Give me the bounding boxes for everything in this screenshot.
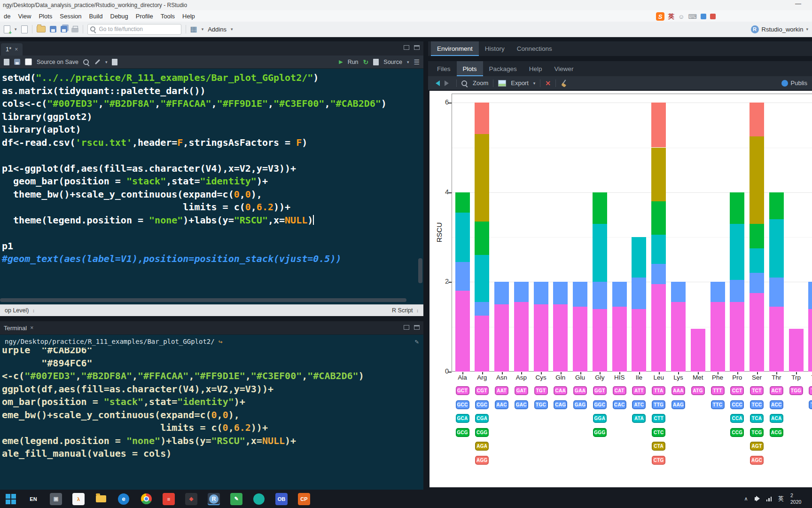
- clear-all-plots-icon[interactable]: [561, 79, 568, 87]
- maximize-pane-icon[interactable]: [414, 45, 420, 50]
- tray-ime-indicator[interactable]: 英: [778, 495, 784, 503]
- tab-help[interactable]: Help: [523, 61, 548, 76]
- taskbar-app-red[interactable]: ≡: [163, 493, 175, 505]
- editor-horizontal-scrollbar[interactable]: [0, 298, 406, 302]
- terminal-tab[interactable]: Terminal ×: [4, 325, 33, 332]
- menu-item-debug[interactable]: Debug: [107, 11, 132, 21]
- menu-item-help[interactable]: Help: [179, 11, 199, 21]
- taskbar-app-dark-red[interactable]: ◆: [185, 493, 197, 505]
- menu-item-plots[interactable]: Plots: [35, 11, 56, 21]
- maximize-pane-icon[interactable]: [414, 325, 420, 330]
- taskbar-edge-browser[interactable]: e: [117, 493, 130, 505]
- run-icon[interactable]: ▶: [339, 59, 343, 65]
- addins-button[interactable]: Addins: [208, 26, 226, 33]
- taskbar-app-ob[interactable]: OB: [275, 493, 288, 505]
- window-minimize-button[interactable]: —: [795, 0, 801, 7]
- taskbar-file-explorer[interactable]: [95, 493, 107, 505]
- zoom-icon[interactable]: [461, 80, 467, 86]
- tab-environment[interactable]: Environment: [431, 41, 479, 56]
- taskbar-lang-indicator[interactable]: EN: [27, 493, 39, 505]
- new-file-icon[interactable]: [4, 25, 10, 33]
- pane-divider-vertical[interactable]: [423, 41, 428, 490]
- minimize-pane-icon[interactable]: [404, 45, 409, 50]
- source-on-save-checkbox[interactable]: [25, 58, 32, 65]
- terminal-tab-close-icon[interactable]: ×: [30, 325, 33, 331]
- editor-tab-untitled1[interactable]: 1* ×: [1, 43, 23, 56]
- export-image-icon[interactable]: [498, 80, 506, 87]
- clear-terminal-icon[interactable]: ✎: [415, 338, 419, 345]
- bar-segment: [494, 282, 509, 304]
- tab-files[interactable]: Files: [431, 61, 457, 76]
- start-button[interactable]: [5, 493, 17, 505]
- code-editor[interactable]: setwd("../../practice/R_111_examples/Bar…: [0, 69, 423, 304]
- source-file-icon[interactable]: [373, 59, 379, 65]
- menu-item-session[interactable]: Session: [56, 11, 85, 21]
- network-icon[interactable]: [766, 497, 772, 501]
- publish-button[interactable]: Publis: [781, 79, 807, 87]
- menu-item-profile[interactable]: Profile: [132, 11, 157, 21]
- tab-close-icon[interactable]: ×: [15, 46, 18, 53]
- tray-clock[interactable]: 22020: [790, 492, 811, 505]
- menu-item-view[interactable]: View: [14, 11, 35, 21]
- addins-dropdown-icon[interactable]: ▾: [231, 27, 233, 32]
- export-button[interactable]: Export: [511, 79, 529, 87]
- taskbar-chrome-browser[interactable]: [140, 493, 152, 505]
- volume-icon[interactable]: [755, 497, 757, 500]
- tab-viewer[interactable]: Viewer: [548, 61, 580, 76]
- run-button[interactable]: Run: [348, 59, 359, 65]
- rerun-icon[interactable]: ↻: [363, 58, 369, 66]
- ime-tool-blue-icon[interactable]: [701, 14, 706, 19]
- cursor-scope-selector[interactable]: op Level) ↕: [5, 307, 35, 314]
- taskbar-app-gray[interactable]: ▣: [50, 493, 62, 505]
- sogou-logo-icon[interactable]: S: [656, 12, 664, 21]
- ime-emoji-icon[interactable]: ☺: [678, 13, 684, 20]
- goto-file-input[interactable]: [87, 24, 181, 35]
- menu-item-tools[interactable]: Tools: [157, 11, 179, 21]
- previous-plot-icon[interactable]: [433, 80, 440, 86]
- new-project-icon[interactable]: [21, 25, 28, 33]
- open-file-icon[interactable]: [37, 26, 46, 32]
- document-outline-icon[interactable]: ☰: [414, 58, 420, 66]
- terminal-output[interactable]: urple "#CAB2D6" "#894FC6"<-c("#007ED3","…: [0, 348, 423, 490]
- print-icon[interactable]: [71, 28, 78, 32]
- pane-layout-icon[interactable]: ▦: [190, 25, 197, 33]
- save-all-icon[interactable]: [61, 26, 67, 32]
- show-in-new-window-icon[interactable]: [4, 59, 9, 65]
- taskbar-app-teal-circle[interactable]: [253, 493, 265, 505]
- ime-language-indicator[interactable]: 英: [668, 12, 674, 21]
- tab-history[interactable]: History: [479, 41, 511, 56]
- taskbar-rstudio[interactable]: R: [208, 493, 220, 505]
- taskbar-app-green[interactable]: ✎: [230, 493, 242, 505]
- editor-vertical-scrollbar[interactable]: [418, 258, 422, 283]
- menu-item-de[interactable]: de: [0, 11, 14, 21]
- file-type-selector[interactable]: R Script ↕: [392, 307, 419, 314]
- save-source-icon[interactable]: [14, 59, 20, 65]
- source-dropdown-icon[interactable]: ▾: [407, 60, 409, 64]
- minimize-pane-icon[interactable]: [404, 325, 409, 330]
- remove-plot-icon[interactable]: ✕: [545, 79, 551, 87]
- taskbar-app-lambda[interactable]: λ: [72, 493, 85, 505]
- open-in-folder-icon[interactable]: ↪: [219, 338, 222, 345]
- save-icon[interactable]: [50, 26, 56, 32]
- find-replace-icon[interactable]: [83, 59, 89, 65]
- new-file-dropdown-icon[interactable]: ▾: [15, 27, 17, 32]
- tab-plots[interactable]: Plots: [457, 61, 483, 76]
- export-dropdown-icon[interactable]: ▾: [533, 81, 536, 86]
- code-tools-icon[interactable]: [95, 59, 100, 64]
- pane-divider-horizontal[interactable]: [0, 316, 423, 321]
- pane-layout-dropdown-icon[interactable]: ▾: [202, 27, 204, 32]
- project-selector[interactable]: R Rstudio_workin ▾: [751, 25, 808, 33]
- menu-item-build[interactable]: Build: [86, 11, 107, 21]
- taskbar-app-cp[interactable]: CP: [298, 493, 310, 505]
- next-plot-icon[interactable]: [445, 80, 452, 86]
- tray-expand-icon[interactable]: ∧: [744, 496, 748, 502]
- pane-divider-horizontal[interactable]: [428, 56, 812, 61]
- zoom-button[interactable]: Zoom: [473, 79, 488, 87]
- compile-report-icon[interactable]: [112, 59, 117, 65]
- tab-packages[interactable]: Packages: [483, 61, 523, 76]
- source-button[interactable]: Source: [383, 59, 402, 65]
- code-tools-dropdown-icon[interactable]: ▾: [105, 60, 108, 64]
- ime-keyboard-icon[interactable]: ⌨: [688, 13, 697, 20]
- ime-tool-red-icon[interactable]: [710, 14, 716, 19]
- tab-connections[interactable]: Connections: [511, 41, 558, 56]
